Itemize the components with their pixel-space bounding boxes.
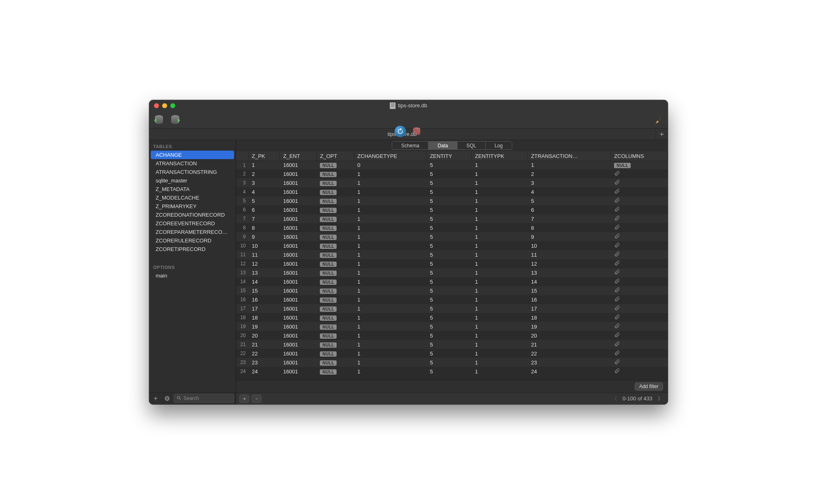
table-cell[interactable]: 5 [426, 196, 471, 205]
table-cell[interactable]: 5 [426, 322, 471, 331]
table-cell[interactable]: 16001 [280, 286, 317, 295]
refresh-button[interactable] [393, 124, 408, 138]
table-cell[interactable]: NULL [317, 259, 354, 268]
table-cell[interactable]: 1 [354, 178, 426, 187]
table-cell[interactable]: 12 [248, 259, 280, 268]
next-page-button[interactable]: 〉 [656, 395, 665, 403]
table-cell[interactable] [611, 232, 668, 241]
add-filter-button[interactable]: Add filter [635, 382, 663, 391]
view-tab-sql[interactable]: SQL [458, 142, 486, 149]
table-cell[interactable]: 22 [528, 349, 611, 358]
column-header[interactable]: Z_ENT [280, 151, 317, 161]
table-cell[interactable]: 9 [528, 232, 611, 241]
table-cell[interactable]: NULL [317, 349, 354, 358]
table-cell[interactable]: 16001 [280, 340, 317, 349]
table-cell[interactable]: 5 [426, 259, 471, 268]
zoom-window-button[interactable] [170, 103, 175, 108]
table-cell[interactable]: 5 [426, 304, 471, 313]
table-cell[interactable]: 16001 [280, 367, 317, 376]
table-cell[interactable]: 1 [354, 223, 426, 232]
table-cell[interactable]: 8 [248, 223, 280, 232]
table-cell[interactable] [611, 250, 668, 259]
table-cell[interactable]: 1 [471, 259, 527, 268]
table-cell[interactable]: 5 [426, 286, 471, 295]
table-cell[interactable]: 1 [354, 295, 426, 304]
table-cell[interactable]: 5 [426, 367, 471, 376]
table-row[interactable]: 121216001NULL15112 [236, 259, 668, 268]
table-cell[interactable] [611, 196, 668, 205]
table-cell[interactable]: 16001 [280, 259, 317, 268]
table-row[interactable]: 6616001NULL1516 [236, 205, 668, 214]
sidebar-table-item[interactable]: ZCORETIPRECORD [151, 245, 234, 253]
table-row[interactable]: 212116001NULL15121 [236, 340, 668, 349]
table-cell[interactable]: 7 [248, 214, 280, 223]
view-tab-schema[interactable]: Schema [392, 142, 429, 149]
table-cell[interactable] [611, 241, 668, 250]
table-cell[interactable]: 16001 [280, 349, 317, 358]
table-cell[interactable] [611, 223, 668, 232]
sidebar-table-item[interactable]: Z_PRIMARYKEY [151, 202, 234, 211]
table-cell[interactable]: 0 [354, 161, 426, 169]
table-cell[interactable]: 5 [528, 196, 611, 205]
column-header[interactable]: Z_OPT [317, 151, 354, 161]
table-cell[interactable]: 5 [426, 313, 471, 322]
table-cell[interactable]: 16001 [280, 295, 317, 304]
sidebar-table-item[interactable]: ZCOREPARAMETERRECORD [151, 228, 234, 236]
table-cell[interactable]: 16001 [280, 322, 317, 331]
table-cell[interactable]: 23 [248, 358, 280, 367]
table-cell[interactable]: 1 [471, 250, 527, 259]
table-cell[interactable]: NULL [317, 313, 354, 322]
table-row[interactable]: 111116001NULL15111 [236, 250, 668, 259]
table-cell[interactable]: 17 [248, 304, 280, 313]
table-cell[interactable]: 1 [354, 196, 426, 205]
table-row[interactable]: 151516001NULL15115 [236, 286, 668, 295]
table-cell[interactable]: 16001 [280, 277, 317, 286]
table-cell[interactable]: NULL [317, 358, 354, 367]
table-cell[interactable]: 5 [426, 169, 471, 178]
table-cell[interactable]: 5 [426, 232, 471, 241]
table-cell[interactable]: 1 [354, 358, 426, 367]
table-cell[interactable]: NULL [317, 277, 354, 286]
table-cell[interactable]: NULL [317, 331, 354, 340]
table-cell[interactable] [611, 187, 668, 196]
table-cell[interactable]: 18 [248, 313, 280, 322]
table-cell[interactable]: 5 [426, 295, 471, 304]
table-cell[interactable]: NULL [317, 232, 354, 241]
table-cell[interactable] [611, 340, 668, 349]
table-cell[interactable]: 5 [426, 358, 471, 367]
table-cell[interactable]: 1 [354, 232, 426, 241]
column-header[interactable]: ZENTITY [426, 151, 471, 161]
table-cell[interactable]: 1 [354, 250, 426, 259]
import-db-button[interactable] [152, 113, 166, 127]
table-cell[interactable]: 1 [471, 161, 527, 169]
table-row[interactable]: 4416001NULL1514 [236, 187, 668, 196]
table-cell[interactable]: 1 [471, 196, 527, 205]
table-cell[interactable]: NULL [317, 322, 354, 331]
sidebar-table-item[interactable]: ZCOREDONATIONRECORD [151, 211, 234, 219]
table-cell[interactable]: 18 [528, 313, 611, 322]
sidebar-table-item[interactable]: ATRANSACTION [151, 159, 234, 168]
table-cell[interactable]: 23 [528, 358, 611, 367]
table-cell[interactable]: 1 [471, 187, 527, 196]
table-cell[interactable]: 5 [426, 331, 471, 340]
table-cell[interactable]: 5 [426, 223, 471, 232]
table-cell[interactable]: NULL [317, 169, 354, 178]
table-cell[interactable]: 1 [471, 169, 527, 178]
table-cell[interactable]: 1 [471, 286, 527, 295]
view-tab-data[interactable]: Data [429, 142, 457, 149]
sidebar-table-item[interactable]: Z_MODELCACHE [151, 193, 234, 202]
new-tab-button[interactable]: ＋ [656, 129, 668, 140]
table-cell[interactable]: 1 [471, 268, 527, 277]
table-cell[interactable]: 13 [248, 268, 280, 277]
table-cell[interactable]: 16001 [280, 358, 317, 367]
vacuum-button[interactable] [651, 113, 665, 127]
table-cell[interactable] [611, 214, 668, 223]
table-row[interactable]: 202016001NULL15120 [236, 331, 668, 340]
table-cell[interactable]: 1 [354, 205, 426, 214]
table-cell[interactable]: 16 [528, 295, 611, 304]
table-cell[interactable]: 3 [528, 178, 611, 187]
table-cell[interactable]: 4 [528, 187, 611, 196]
sidebar-table-item[interactable]: sqlite_master [151, 176, 234, 185]
table-cell[interactable] [611, 268, 668, 277]
table-cell[interactable]: 16001 [280, 187, 317, 196]
